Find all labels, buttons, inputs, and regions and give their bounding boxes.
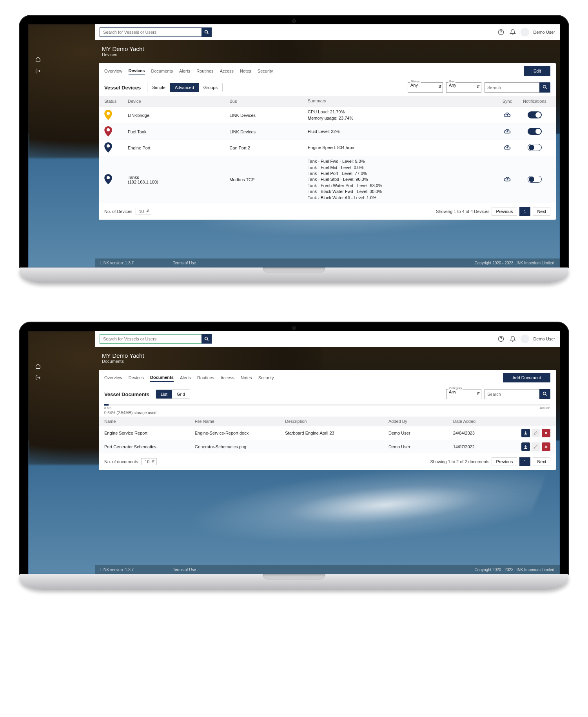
avatar[interactable] <box>521 335 529 343</box>
doc-count-select[interactable]: 10 <box>141 458 157 465</box>
tab-routines[interactable]: Routines <box>196 67 213 75</box>
documents-search-input[interactable] <box>485 389 539 399</box>
notifications-toggle[interactable] <box>528 144 542 151</box>
documents-search-button[interactable] <box>539 389 550 399</box>
prev-button[interactable]: Previous <box>492 457 517 466</box>
table-row[interactable]: LINKbridgeLINK DevicesCPU Load: 21.79% M… <box>99 106 556 124</box>
user-name[interactable]: Demo User <box>533 337 555 341</box>
global-search-input[interactable] <box>100 27 201 37</box>
next-button[interactable]: Next <box>533 457 550 466</box>
delete-button[interactable] <box>542 442 550 451</box>
category-filter[interactable]: Any <box>446 389 481 399</box>
view-groups[interactable]: Groups <box>199 83 222 92</box>
global-search-input[interactable] <box>100 334 201 344</box>
category-filter-label: Category <box>448 386 463 390</box>
table-row[interactable]: Tanks (192.168.1.100)Modbus TCPTank - Fu… <box>99 156 556 203</box>
tab-security[interactable]: Security <box>258 374 274 382</box>
table-row[interactable]: Port Generator SchematicsGenerator-Schem… <box>99 440 556 453</box>
tab-overview[interactable]: Overview <box>104 374 122 382</box>
view-list[interactable]: List <box>156 390 172 399</box>
view-switch: Simple Advanced Groups <box>147 83 223 92</box>
add-document-button[interactable]: Add Document <box>503 373 550 382</box>
device-bus: LINK Devices <box>229 129 308 134</box>
svg-point-6 <box>107 128 110 131</box>
tab-alerts[interactable]: Alerts <box>179 67 190 75</box>
svg-point-9 <box>205 337 208 340</box>
devices-search-input[interactable] <box>485 82 539 93</box>
doc-date: 14/07/2022 <box>453 444 511 449</box>
page-1-button[interactable]: 1 <box>519 207 530 216</box>
help-icon[interactable] <box>497 335 505 343</box>
tab-security[interactable]: Security <box>258 67 273 75</box>
topbar: Demo User <box>95 331 560 347</box>
download-button[interactable] <box>521 442 530 451</box>
global-search-button[interactable] <box>201 27 212 37</box>
help-icon[interactable] <box>497 28 505 36</box>
view-switch: List Grid <box>156 389 190 399</box>
svg-line-10 <box>207 340 209 341</box>
tab-devices[interactable]: Devices <box>129 67 145 75</box>
prev-button[interactable]: Previous <box>492 207 517 216</box>
doc-file: Generator-Schematics.png <box>195 444 285 449</box>
device-name: Tanks (192.168.1.100) <box>128 175 229 184</box>
page-1-button[interactable]: 1 <box>519 457 530 466</box>
topbar: Demo User <box>95 24 560 40</box>
terms-link[interactable]: Terms of Use <box>173 568 196 572</box>
tab-documents[interactable]: Documents <box>151 67 173 75</box>
table-row[interactable]: Engine Service ReportEngine-Service-Repo… <box>99 426 556 440</box>
doc-date: 24/04/2023 <box>453 431 511 435</box>
avatar[interactable] <box>521 28 529 36</box>
svg-point-0 <box>205 31 208 33</box>
tab-access[interactable]: Access <box>220 374 234 382</box>
edit-button[interactable]: Edit <box>524 66 550 76</box>
delete-button[interactable] <box>542 429 550 437</box>
device-bus: LINK Devices <box>229 113 308 118</box>
view-advanced[interactable]: Advanced <box>170 83 199 92</box>
tab-overview[interactable]: Overview <box>104 67 122 75</box>
tab-notes[interactable]: Notes <box>241 374 252 382</box>
table-row[interactable]: Fuel TankLINK DevicesFluid Level: 22% <box>99 124 556 140</box>
doc-file: Engine-Service-Report.docx <box>195 431 285 435</box>
device-summary: CPU Load: 21.79% Memory usage: 23.74% <box>308 109 495 121</box>
next-button[interactable]: Next <box>533 207 550 216</box>
devices-table-header: Status Device Bus Summary Sync Notificat… <box>99 96 556 106</box>
copyright-text: Copyright 2020 - 2023 LINK Imperium Limi… <box>475 261 554 265</box>
device-count-select[interactable]: 10 <box>136 208 151 215</box>
cloud-sync-icon[interactable] <box>503 111 512 118</box>
tab-alerts[interactable]: Alerts <box>180 374 191 382</box>
tab-notes[interactable]: Notes <box>240 67 251 75</box>
bell-icon[interactable] <box>509 335 517 343</box>
cloud-sync-icon[interactable] <box>503 144 512 151</box>
documents-panel: Overview Devices Documents Alerts Routin… <box>99 370 556 470</box>
notifications-toggle[interactable] <box>528 176 542 183</box>
status-pin-icon <box>104 142 112 153</box>
th-file: File Name <box>195 419 285 424</box>
tab-devices[interactable]: Devices <box>129 374 144 382</box>
notifications-toggle[interactable] <box>528 128 542 135</box>
tab-routines[interactable]: Routines <box>197 374 214 382</box>
cloud-sync-icon[interactable] <box>503 176 512 183</box>
table-row[interactable]: Engine PortCan Port 2Engine Speed: 804.5… <box>99 140 556 156</box>
download-button[interactable] <box>521 429 530 437</box>
global-search-button[interactable] <box>201 334 212 344</box>
footer: LINK version: 1.3.7 Terms of Use Copyrig… <box>95 258 560 268</box>
th-summary: Summary <box>308 98 495 104</box>
view-grid[interactable]: Grid <box>172 390 190 399</box>
edit-doc-button[interactable] <box>532 429 540 437</box>
logout-icon <box>35 68 41 74</box>
view-simple[interactable]: Simple <box>147 83 170 92</box>
tab-access[interactable]: Access <box>220 67 234 75</box>
status-filter[interactable]: Any <box>408 82 443 93</box>
cloud-sync-icon[interactable] <box>503 128 512 135</box>
th-date: Date Added <box>453 419 511 424</box>
bus-filter-label: Bus <box>448 80 456 83</box>
bus-filter[interactable]: Any <box>446 82 481 93</box>
tab-documents[interactable]: Documents <box>150 373 174 382</box>
edit-doc-button[interactable] <box>532 442 540 451</box>
bell-icon[interactable] <box>509 28 517 36</box>
user-name[interactable]: Demo User <box>533 30 555 35</box>
devices-search-button[interactable] <box>539 82 550 93</box>
notifications-toggle[interactable] <box>528 111 542 118</box>
doc-desc: Starboard Engine April 23 <box>285 431 388 435</box>
terms-link[interactable]: Terms of Use <box>173 261 196 265</box>
